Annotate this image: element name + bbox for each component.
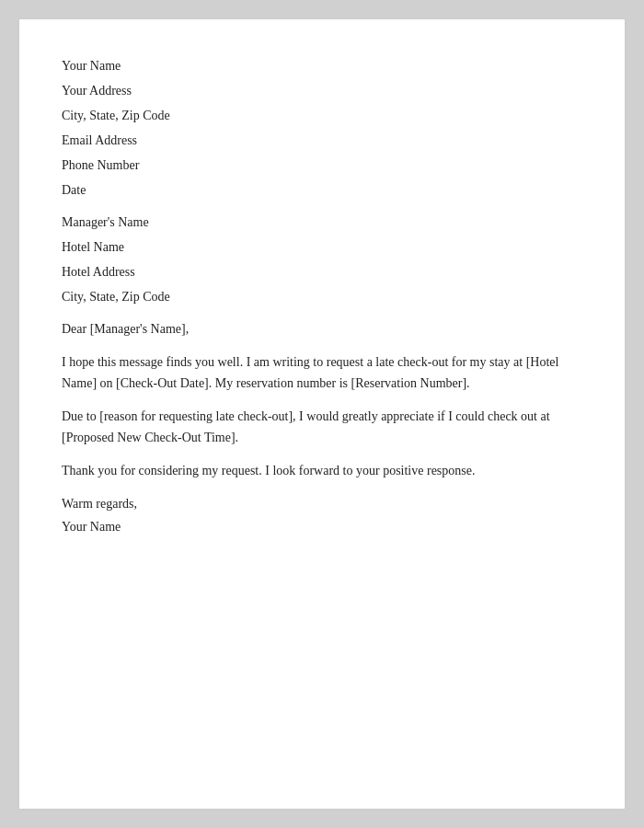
sender-email: Email Address [62,131,582,150]
recipient-hotel-address: Hotel Address [62,262,582,282]
recipient-manager-name: Manager's Name [62,213,582,232]
closing: Warm regards, [62,494,582,513]
recipient-city-state-zip: City, State, Zip Code [62,287,582,306]
body-paragraph-2: Due to [reason for requesting late check… [62,407,582,448]
recipient-hotel-name: Hotel Name [62,237,582,257]
sender-phone: Phone Number [62,155,582,175]
letter-document: Your Name Your Address City, State, Zip … [18,18,626,810]
salutation: Dear [Manager's Name], [62,319,582,339]
signature: Your Name [62,517,582,536]
sender-date: Date [62,180,582,200]
sender-city-state-zip: City, State, Zip Code [62,106,582,125]
body-paragraph-1: I hope this message finds you well. I am… [62,352,582,394]
sender-name: Your Name [62,56,582,75]
sender-address: Your Address [62,81,582,100]
body-paragraph-3: Thank you for considering my request. I … [62,461,582,481]
